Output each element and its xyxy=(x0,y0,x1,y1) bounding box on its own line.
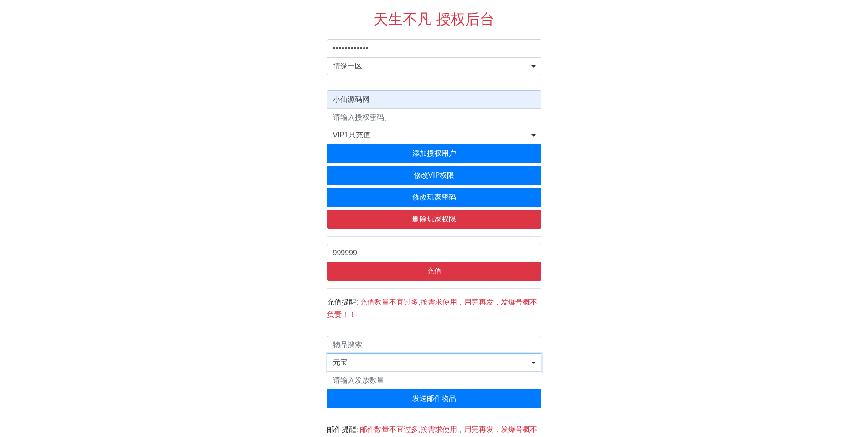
recharge-button[interactable]: 充值 xyxy=(327,262,541,281)
item-select[interactable]: 元宝 xyxy=(327,353,541,372)
divider xyxy=(327,236,541,237)
modify-vip-button[interactable]: 修改VIP权限 xyxy=(327,166,541,185)
divider xyxy=(327,416,541,416)
recharge-amount-input[interactable] xyxy=(327,244,541,262)
username-input[interactable] xyxy=(327,90,541,109)
page-title: 天生不凡 授权后台 xyxy=(327,8,541,30)
recharge-alert-content: 充值数量不宜过多,按需求使用，用完再发，发爆号概不负责！！ xyxy=(327,298,537,318)
vip-select[interactable]: VIP1只充值 xyxy=(327,126,541,144)
divider xyxy=(327,328,541,328)
divider xyxy=(327,83,541,83)
auth-password-input[interactable] xyxy=(327,108,541,126)
server-select[interactable]: 情缘一区 xyxy=(327,57,541,75)
mail-alert-label: 邮件提醒: xyxy=(327,426,358,433)
divider xyxy=(327,288,541,289)
item-search-input[interactable] xyxy=(327,336,541,354)
password-input[interactable] xyxy=(327,39,541,58)
mail-item-group: 元宝 发送邮件物品 xyxy=(327,336,541,408)
send-mail-item-button[interactable]: 发送邮件物品 xyxy=(327,389,541,408)
credentials-group: 情缘一区 xyxy=(327,39,541,75)
modify-password-button[interactable]: 修改玩家密码 xyxy=(327,188,541,207)
recharge-alert-label: 充值提醒: xyxy=(327,298,358,306)
delete-auth-button[interactable]: 删除玩家权限 xyxy=(327,210,541,229)
mail-alert-content: 邮件数量不宜过多,按需求使用，用完再发，发爆号概不负责！！ xyxy=(327,426,537,437)
recharge-group: 充值 xyxy=(327,244,541,281)
add-auth-user-button[interactable]: 添加授权用户 xyxy=(327,144,541,163)
recharge-alert: 充值提醒: 充值数量不宜过多,按需求使用，用完再发，发爆号概不负责！！ xyxy=(327,296,541,321)
quantity-input[interactable] xyxy=(327,371,541,390)
auth-group: VIP1只充值 添加授权用户 修改VIP权限 修改玩家密码 删除玩家权限 xyxy=(327,90,541,229)
mail-alert: 邮件提醒: 邮件数量不宜过多,按需求使用，用完再发，发爆号概不负责！！ xyxy=(327,423,541,437)
